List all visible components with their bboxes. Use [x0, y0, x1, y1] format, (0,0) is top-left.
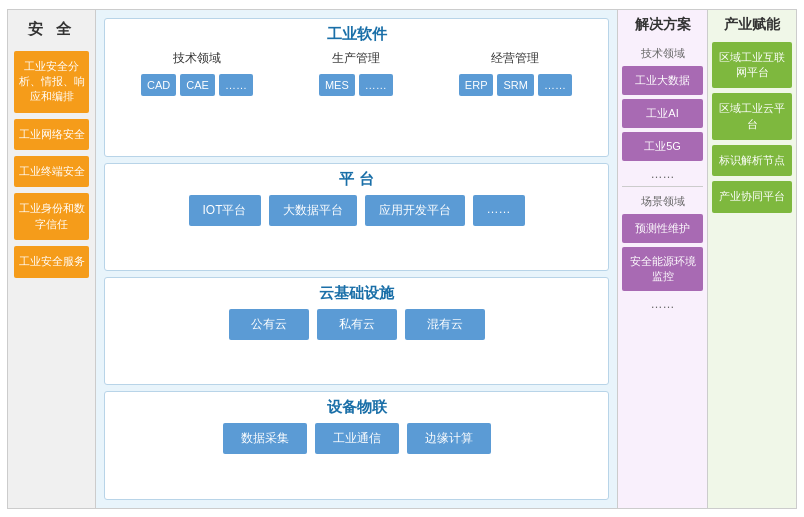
solutions-dots2: ……	[651, 295, 675, 313]
iot-block: 设备物联 数据采集 工业通信 边缘计算	[104, 391, 609, 499]
production-group: 生产管理 MES ……	[319, 50, 393, 96]
erp-item: ERP	[459, 74, 494, 96]
security-item-5: 工业安全服务	[14, 246, 89, 277]
cae-item: CAE	[180, 74, 215, 96]
cloud-block: 云基础设施 公有云 私有云 混有云	[104, 277, 609, 385]
srm-item: SRM	[497, 74, 533, 96]
solutions-title: 解决方案	[635, 16, 691, 34]
management-dots: ……	[538, 74, 572, 96]
bigdata-platform: 大数据平台	[269, 195, 357, 226]
edge-compute: 边缘计算	[407, 423, 491, 454]
solutions-bigdata: 工业大数据	[622, 66, 703, 95]
management-group-label: 经营管理	[491, 50, 539, 67]
solutions-energy: 安全能源环境监控	[622, 247, 703, 291]
platform-title: 平 台	[113, 170, 600, 189]
empowerment-item-2: 区域工业云平台	[712, 93, 792, 140]
appdev-platform: 应用开发平台	[365, 195, 465, 226]
production-dots: ……	[359, 74, 393, 96]
iot-platform: IOT平台	[189, 195, 261, 226]
security-item-2: 工业网络安全	[14, 119, 89, 150]
solutions-scene-label: 场景领域	[641, 194, 685, 209]
solutions-column: 解决方案 技术领域 工业大数据 工业AI 工业5G …… 场景领域 预测性维护 …	[618, 10, 708, 508]
empowerment-column: 产业赋能 区域工业互联网平台 区域工业云平台 标识解析节点 产业协同平台	[708, 10, 796, 508]
tech-group: 技术领域 CAD CAE ……	[141, 50, 253, 96]
empowerment-item-1: 区域工业互联网平台	[712, 42, 792, 89]
management-group-items: ERP SRM ……	[459, 74, 572, 96]
cad-item: CAD	[141, 74, 176, 96]
empowerment-item-3: 标识解析节点	[712, 145, 792, 176]
tech-dots: ……	[219, 74, 253, 96]
tech-group-items: CAD CAE ……	[141, 74, 253, 96]
security-items: 工业安全分析、情报、响应和编排 工业网络安全 工业终端安全 工业身份和数字信任 …	[8, 47, 95, 282]
solutions-tech-label: 技术领域	[641, 46, 685, 61]
industrial-software-block: 工业软件 技术领域 CAD CAE …… 生产管理 MES ……	[104, 18, 609, 158]
security-title: 安 全	[28, 10, 74, 47]
solutions-5g: 工业5G	[622, 132, 703, 161]
empowerment-item-4: 产业协同平台	[712, 181, 792, 212]
iot-items: 数据采集 工业通信 边缘计算	[113, 423, 600, 454]
solutions-ai: 工业AI	[622, 99, 703, 128]
main-diagram: 安 全 工业安全分析、情报、响应和编排 工业网络安全 工业终端安全 工业身份和数…	[7, 9, 797, 509]
security-item-4: 工业身份和数字信任	[14, 193, 89, 240]
security-item-3: 工业终端安全	[14, 156, 89, 187]
iot-title: 设备物联	[113, 398, 600, 417]
industrial-software-title: 工业软件	[113, 25, 600, 44]
solutions-dots1: ……	[651, 165, 675, 183]
data-collect: 数据采集	[223, 423, 307, 454]
mes-item: MES	[319, 74, 355, 96]
tech-group-label: 技术领域	[173, 50, 221, 67]
private-cloud: 私有云	[317, 309, 397, 340]
production-group-label: 生产管理	[332, 50, 380, 67]
management-group: 经营管理 ERP SRM ……	[459, 50, 572, 96]
production-group-items: MES ……	[319, 74, 393, 96]
security-column: 安 全 工业安全分析、情报、响应和编排 工业网络安全 工业终端安全 工业身份和数…	[8, 10, 96, 508]
cloud-items: 公有云 私有云 混有云	[113, 309, 600, 340]
solutions-predictive: 预测性维护	[622, 214, 703, 243]
software-groups: 技术领域 CAD CAE …… 生产管理 MES …… 经营管理	[113, 50, 600, 96]
security-item-1: 工业安全分析、情报、响应和编排	[14, 51, 89, 113]
hybrid-cloud: 混有云	[405, 309, 485, 340]
public-cloud: 公有云	[229, 309, 309, 340]
empowerment-title: 产业赋能	[724, 16, 780, 34]
platform-block: 平 台 IOT平台 大数据平台 应用开发平台 ……	[104, 163, 609, 271]
cloud-title: 云基础设施	[113, 284, 600, 303]
industrial-comm: 工业通信	[315, 423, 399, 454]
solutions-divider	[622, 186, 703, 187]
platform-items: IOT平台 大数据平台 应用开发平台 ……	[113, 195, 600, 226]
platform-dots: ……	[473, 195, 525, 226]
main-area: 工业软件 技术领域 CAD CAE …… 生产管理 MES ……	[96, 10, 618, 508]
